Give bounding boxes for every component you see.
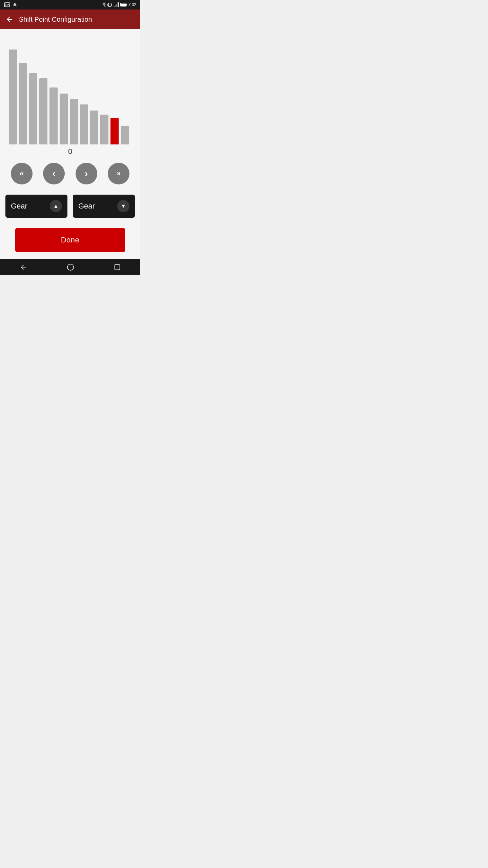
status-time: 7:02 (128, 2, 136, 7)
nav-buttons-row: « ‹ › » (5, 163, 135, 184)
bottom-nav (0, 259, 140, 275)
rewind-fast-button[interactable]: « (11, 163, 33, 184)
right-icon: › (85, 168, 88, 179)
gear-buttons-row: Gear ▲ Gear ▼ (5, 195, 135, 218)
image-icon (4, 2, 10, 7)
status-bar-left (4, 2, 18, 7)
chart-bar-2 (29, 73, 37, 144)
nav-home-icon[interactable] (67, 263, 74, 271)
double-left-icon: « (20, 169, 24, 178)
chart-bar-5 (60, 94, 68, 144)
svg-rect-8 (118, 2, 119, 7)
app-bar: Shift Point Configuration (0, 9, 140, 29)
svg-rect-7 (116, 4, 117, 7)
up-arrow-icon: ▲ (53, 203, 59, 209)
chart-value: 0 (68, 147, 72, 156)
rewind-button[interactable]: ‹ (43, 163, 65, 184)
bluetooth-icon (102, 2, 106, 7)
chart-bar-9 (100, 115, 108, 144)
page-title: Shift Point Configuration (19, 16, 92, 23)
nav-recents-icon[interactable] (114, 264, 121, 271)
svg-point-1 (5, 4, 6, 5)
chart-bar-4 (49, 87, 58, 144)
main-content: 0 « ‹ › » Gear ▲ Gear ▼ Done (0, 29, 140, 259)
signal-icon (114, 2, 119, 7)
gear-down-button[interactable]: Gear ▼ (73, 195, 135, 218)
nav-back-icon[interactable] (20, 263, 27, 271)
svg-rect-13 (121, 4, 126, 6)
back-button[interactable] (5, 15, 14, 23)
chart-bar-6 (70, 99, 78, 144)
gear-down-icon: ▼ (117, 200, 129, 212)
status-bar-right: 7:02 (102, 2, 136, 7)
gear-up-label: Gear (11, 202, 27, 211)
gear-down-label: Gear (78, 202, 95, 211)
forward-button[interactable]: › (76, 163, 97, 184)
gear-up-icon: ▲ (50, 200, 62, 212)
svg-rect-5 (114, 6, 115, 7)
chart-bar-7 (80, 104, 88, 144)
chart-bar-1 (19, 63, 27, 144)
chart-bar-10 (110, 118, 119, 144)
forward-fast-button[interactable]: » (108, 163, 129, 184)
chart-bar-3 (39, 78, 47, 144)
double-right-icon: » (117, 169, 121, 178)
status-bar: 7:02 (0, 0, 140, 9)
svg-rect-2 (108, 3, 111, 6)
svg-rect-6 (115, 5, 116, 7)
app-icon (12, 2, 18, 7)
vibrate-icon (107, 2, 112, 7)
svg-point-14 (67, 264, 74, 270)
done-button[interactable]: Done (15, 228, 125, 252)
gear-up-button[interactable]: Gear ▲ (5, 195, 67, 218)
bar-chart (5, 36, 135, 144)
svg-rect-15 (115, 265, 120, 270)
chart-bar-11 (121, 126, 129, 144)
chart-bar-0 (9, 50, 17, 144)
down-arrow-icon: ▼ (121, 203, 126, 209)
chart-bar-8 (90, 111, 98, 144)
battery-icon (120, 3, 127, 7)
left-icon: ‹ (53, 168, 56, 179)
